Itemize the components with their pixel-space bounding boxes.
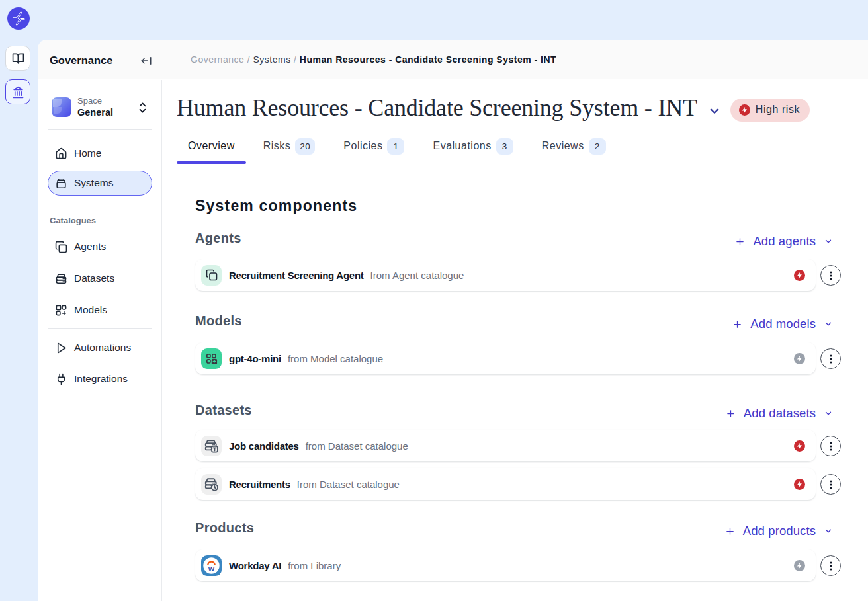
svg-text:w: w <box>208 564 214 572</box>
